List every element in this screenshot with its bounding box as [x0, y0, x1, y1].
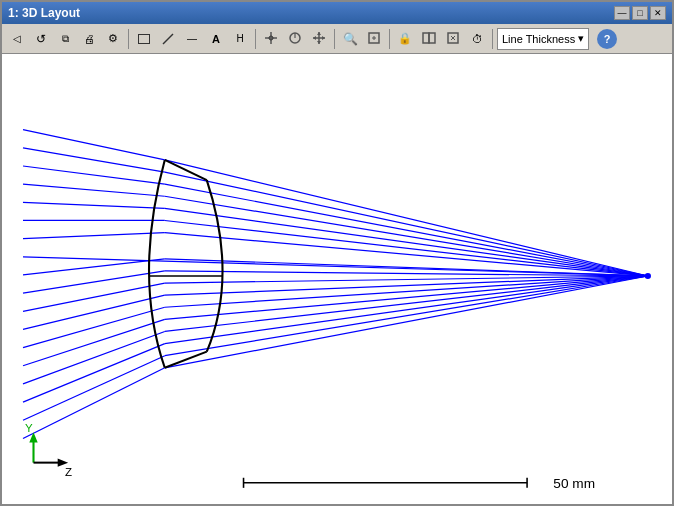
window-title: 1: 3D Layout [8, 6, 80, 20]
dashline-button[interactable]: — [181, 28, 203, 50]
measure-icon [288, 31, 302, 47]
zoom-icon: 🔍 [343, 32, 358, 46]
window-controls: — □ ✕ [614, 6, 666, 20]
line-thickness-label: Line Thickness [502, 33, 575, 45]
measure-button[interactable] [284, 28, 306, 50]
line-button[interactable] [157, 28, 179, 50]
svg-marker-8 [317, 32, 321, 35]
clock-icon: ⏱ [472, 33, 483, 45]
back-icon: ◁ [13, 33, 21, 44]
text-icon: A [212, 33, 220, 45]
lock-button[interactable]: 🔒 [394, 28, 416, 50]
svg-text:Z: Z [65, 466, 72, 478]
copy-button[interactable]: ⧉ [54, 28, 76, 50]
export2-button[interactable] [442, 28, 464, 50]
toolbar: ◁ ↺ ⧉ 🖨 ⚙ — [2, 24, 672, 54]
refresh-button[interactable]: ↺ [30, 28, 52, 50]
export1-button[interactable] [418, 28, 440, 50]
optical-diagram-svg: 50 mm Y Z [2, 54, 672, 504]
settings-button[interactable]: ⚙ [102, 28, 124, 50]
dashline-icon: — [187, 33, 197, 44]
svg-text:Y: Y [25, 423, 33, 435]
line-icon [161, 32, 175, 46]
help-button[interactable]: ? [597, 29, 617, 49]
svg-rect-16 [429, 33, 435, 43]
separator-4 [389, 29, 390, 49]
close-button[interactable]: ✕ [650, 6, 666, 20]
annotate-button[interactable] [260, 28, 282, 50]
zoom-fit-button[interactable] [363, 28, 385, 50]
svg-line-0 [163, 34, 173, 44]
print-icon: 🖨 [84, 33, 95, 45]
pan-icon [312, 31, 326, 47]
clock-button[interactable]: ⏱ [466, 28, 488, 50]
svg-marker-10 [313, 36, 316, 40]
minimize-button[interactable]: — [614, 6, 630, 20]
svg-text:50 mm: 50 mm [553, 476, 595, 491]
export1-icon [422, 31, 436, 47]
zoom-button[interactable]: 🔍 [339, 28, 361, 50]
maximize-button[interactable]: □ [632, 6, 648, 20]
separator-1 [128, 29, 129, 49]
hline-button[interactable]: H [229, 28, 251, 50]
pan-button[interactable] [308, 28, 330, 50]
dropdown-arrow-icon: ▾ [578, 32, 584, 45]
line-thickness-dropdown[interactable]: Line Thickness ▾ [497, 28, 589, 50]
refresh-icon: ↺ [36, 32, 46, 46]
lock-icon: 🔒 [398, 32, 412, 45]
svg-point-59 [645, 273, 651, 279]
export2-icon [446, 31, 460, 47]
hline-icon: H [236, 33, 243, 44]
separator-2 [255, 29, 256, 49]
rectangle-icon [138, 34, 150, 44]
rectangle-button[interactable] [133, 28, 155, 50]
zoom-fit-icon [367, 31, 381, 47]
main-window: 1: 3D Layout — □ ✕ ◁ ↺ ⧉ 🖨 ⚙ [0, 0, 674, 506]
separator-5 [492, 29, 493, 49]
help-icon: ? [604, 33, 611, 45]
svg-marker-9 [317, 41, 321, 44]
text-button[interactable]: A [205, 28, 227, 50]
svg-rect-15 [423, 33, 429, 43]
canvas-area[interactable]: 50 mm Y Z [2, 54, 672, 504]
annotate-icon [264, 31, 278, 47]
titlebar: 1: 3D Layout — □ ✕ [2, 2, 672, 24]
back-button[interactable]: ◁ [6, 28, 28, 50]
svg-marker-11 [322, 36, 325, 40]
copy-icon: ⧉ [62, 33, 69, 45]
print-button[interactable]: 🖨 [78, 28, 100, 50]
separator-3 [334, 29, 335, 49]
settings-icon: ⚙ [108, 32, 118, 45]
